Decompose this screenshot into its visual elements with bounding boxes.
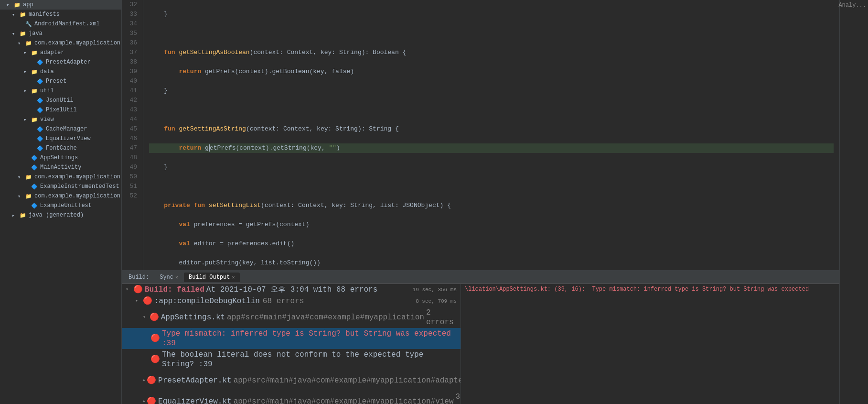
sidebar-item-mainactivity[interactable]: 🔷 MainActivity (0, 163, 121, 172)
sidebar-item-pixelutil[interactable]: 🔷 PixelUtil (0, 105, 121, 115)
line-num-47: 47 (126, 143, 139, 153)
line-numbers: 32 33 34 35 36 37 38 39 40 41 42 43 44 4… (122, 0, 143, 270)
line-num-46: 46 (126, 134, 139, 143)
code-line-36: } (149, 86, 834, 96)
bottom-main: ▾ 🔴 Build: failed At 2021-10-07 오후 3:04 … (122, 284, 839, 404)
sidebar-item-view[interactable]: ▾ 📁 view (0, 115, 121, 124)
sidebar-item-preset[interactable]: 🔷 Preset (0, 76, 121, 86)
chevron-right-icon: ▸ (143, 397, 146, 404)
line-num-38: 38 (126, 57, 139, 67)
chevron-down-icon: ▾ (21, 68, 29, 76)
spacer-icon (27, 77, 34, 85)
sidebar-item-label: util (40, 87, 54, 94)
spacer-icon (27, 144, 34, 152)
build-list: ▾ 🔴 Build: failed At 2021-10-07 오후 3:04 … (122, 284, 461, 404)
chevron-down-icon: ▾ (4, 1, 11, 9)
file-error-icon: 🔴 (150, 313, 159, 322)
equalizerview-row[interactable]: ▸ 🔴 EqualizerView.kt app#src#main#java#c… (122, 391, 461, 404)
tab-build-output[interactable]: Build Output ✕ (184, 273, 239, 282)
error-row-1[interactable]: 🔴 Type mismatch: inferred type is String… (122, 328, 461, 349)
tab-build[interactable]: Build: (124, 273, 154, 282)
line-num-32: 32 (126, 0, 139, 10)
sidebar-item-app[interactable]: ▾ 📁 app (0, 0, 121, 10)
sidebar-item-label: manifests (29, 11, 60, 18)
tab-sync[interactable]: Sync ✕ (155, 273, 183, 282)
file-error-icon: 🔴 (147, 376, 156, 385)
sidebar-item-exampleunit[interactable]: 🔷 ExampleUnitTest (0, 201, 121, 210)
sidebar: ▾ 📁 app ▾ 📁 manifests 🔧 AndroidManifest.… (0, 0, 122, 404)
kotlin-icon: 🔷 (31, 202, 38, 209)
sidebar-item-com-example-test[interactable]: ▾ 📁 com.example.myapplication (0, 172, 121, 182)
sidebar-item-data[interactable]: ▾ 📁 data (0, 67, 121, 76)
folder-icon: 📁 (31, 116, 38, 123)
code-editor[interactable]: 32 33 34 35 36 37 38 39 40 41 42 43 44 4… (122, 0, 839, 270)
kotlin-icon: 🔷 (36, 77, 44, 85)
chevron-right-icon: ▸ (143, 376, 146, 385)
sidebar-item-exampleinstrumented[interactable]: 🔷 ExampleInstrumentedTest (0, 182, 121, 191)
line-num-50: 50 (126, 172, 139, 182)
kotlin-icon: 🔷 (36, 97, 44, 104)
compile-row[interactable]: ▾ 🔴 :app:compileDebugKotlin 68 errors 8 … (122, 295, 461, 307)
presetadapter-path: app#src#main#java#com#example#myapplicat… (234, 376, 461, 385)
line-num-36: 36 (126, 38, 139, 48)
sidebar-item-appsettings[interactable]: 🔷 AppSettings (0, 153, 121, 163)
line-num-39: 39 (126, 67, 139, 76)
sidebar-item-presetadapter[interactable]: 🔷 PresetAdapter (0, 57, 121, 67)
folder-icon: 📁 (19, 211, 27, 219)
presetadapter-row[interactable]: ▸ 🔴 PresetAdapter.kt app#src#main#java#c… (122, 370, 461, 391)
error-row-2[interactable]: 🔴 The boolean literal does not conform t… (122, 349, 461, 370)
kotlin-icon: 🔷 (31, 154, 38, 162)
code-line-37 (149, 105, 834, 115)
tab-sync-close[interactable]: ✕ (175, 274, 178, 280)
sidebar-item-jsonutil[interactable]: 🔷 JsonUtil (0, 96, 121, 105)
xml-icon: 🔧 (25, 20, 32, 28)
folder-icon: 📁 (31, 68, 38, 76)
code-line-44: val editor = preferences.edit() (149, 239, 834, 249)
sidebar-item-util[interactable]: ▾ 📁 util (0, 86, 121, 96)
sidebar-item-label: view (40, 116, 54, 123)
sidebar-item-label: PresetAdapter (46, 59, 91, 66)
chevron-down-icon: ▾ (21, 87, 29, 95)
folder-icon: 📁 (25, 192, 32, 200)
kotlin-icon: 🔷 (36, 135, 44, 142)
error-text-1: Type mismatch: inferred type is String? … (162, 329, 457, 348)
sidebar-item-fontcache[interactable]: 🔷 FontCache (0, 143, 121, 153)
sidebar-item-com-example-unit[interactable]: ▾ 📁 com.example.myapplication (0, 191, 121, 201)
kotlin-icon: 🔷 (31, 183, 38, 190)
appsettings-row[interactable]: ▾ 🔴 AppSettings.kt app#src#main#java#com… (122, 307, 461, 328)
tab-sync-label: Sync (160, 274, 173, 281)
code-content[interactable]: } fun getSettingAsBoolean(context: Conte… (143, 0, 839, 270)
sidebar-item-manifests[interactable]: ▾ 📁 manifests (0, 10, 121, 19)
sidebar-item-label: JsonUtil (46, 97, 74, 104)
error-icon: 🔴 (150, 334, 160, 343)
compile-time: 8 sec, 709 ms (416, 296, 457, 306)
folder-icon: 📁 (19, 30, 27, 37)
spacer-icon (27, 135, 34, 142)
sidebar-item-androidmanifest[interactable]: 🔧 AndroidManifest.xml (0, 19, 121, 29)
spacer-icon (21, 154, 29, 162)
sidebar-item-label: AppSettings (40, 154, 78, 161)
sidebar-item-com-example-main[interactable]: ▾ 📁 com.example.myapplication (0, 38, 121, 48)
sidebar-item-label: MainActivity (40, 164, 81, 171)
code-line-38: fun getSettingAsString(context: Context,… (149, 124, 834, 134)
sidebar-item-label: java (29, 30, 43, 37)
tab-build-output-close[interactable]: ✕ (232, 274, 235, 280)
spacer-icon (21, 183, 29, 190)
build-failed-row[interactable]: ▾ 🔴 Build: failed At 2021-10-07 오후 3:04 … (122, 284, 461, 295)
sidebar-item-label: java (generated) (29, 212, 84, 218)
spacer-icon (27, 106, 34, 114)
compile-errors: 68 errors (263, 296, 304, 306)
chevron-down-icon: ▾ (21, 116, 29, 123)
code-line-39: return getPrefs(context).getString(key, … (149, 143, 834, 153)
error-text-2: The boolean literal does not conform to … (162, 350, 457, 369)
sidebar-item-java-generated[interactable]: ▸ 📁 java (generated) (0, 210, 121, 220)
sidebar-item-java[interactable]: ▾ 📁 java (0, 29, 121, 38)
sidebar-item-adapter[interactable]: ▾ 📁 adapter (0, 48, 121, 57)
code-line-34: fun getSettingAsBoolean(context: Context… (149, 48, 834, 57)
sidebar-item-equalizerview[interactable]: 🔷 EqualizerView (0, 134, 121, 143)
chevron-down-icon: ▾ (10, 11, 17, 18)
right-panel: Analy... (839, 0, 868, 404)
error-detail-panel: \lication\AppSettings.kt: (39, 16): Type… (461, 284, 839, 404)
tab-build-output-label: Build Output (189, 274, 230, 281)
sidebar-item-cachemanager[interactable]: 🔷 CacheManager (0, 124, 121, 134)
